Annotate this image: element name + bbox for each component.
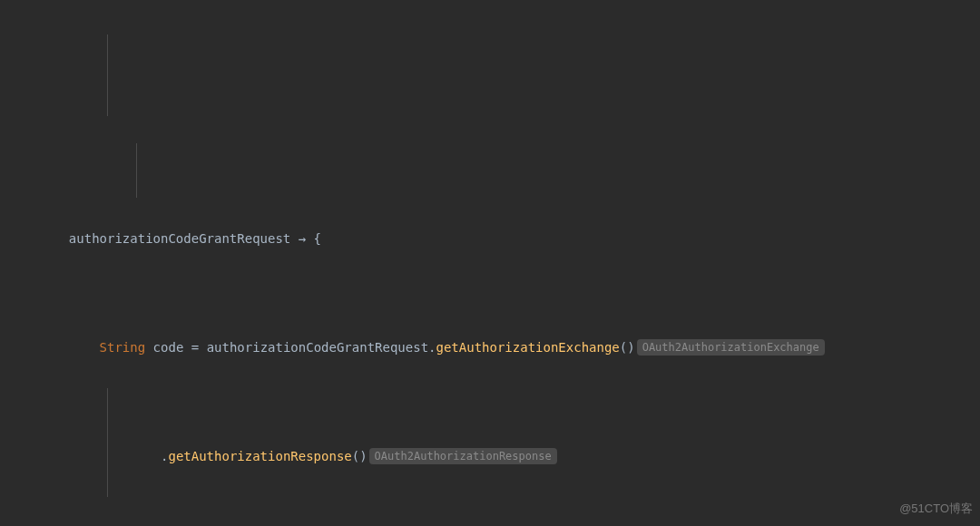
reference: authorizationCodeGrantRequest [207, 340, 428, 355]
inlay-hint: OAuth2AuthorizationResponse [369, 448, 557, 464]
indent-guide [107, 34, 108, 116]
brace-open: { [314, 231, 321, 246]
variable: code [153, 340, 184, 355]
parameter: authorizationCodeGrantRequest [69, 231, 290, 246]
code-line: .getAuthorizationResponse()OAuth2Authori… [0, 443, 980, 470]
code-line: authorizationCodeGrantRequest → { [0, 225, 980, 252]
inlay-hint: OAuth2AuthorizationExchange [637, 339, 825, 356]
lambda-arrow: → [299, 231, 306, 246]
watermark: @51CTO博客 [899, 495, 973, 522]
indent-guide [136, 143, 137, 198]
code-editor[interactable]: authorizationCodeGrantRequest → { String… [0, 0, 980, 526]
code-line: String code = authorizationCodeGrantRequ… [0, 334, 980, 361]
method-call: getAuthorizationResponse [168, 449, 351, 463]
method-call: getAuthorizationExchange [436, 340, 620, 355]
indent-guide [107, 388, 108, 497]
type-keyword: String [100, 340, 146, 355]
